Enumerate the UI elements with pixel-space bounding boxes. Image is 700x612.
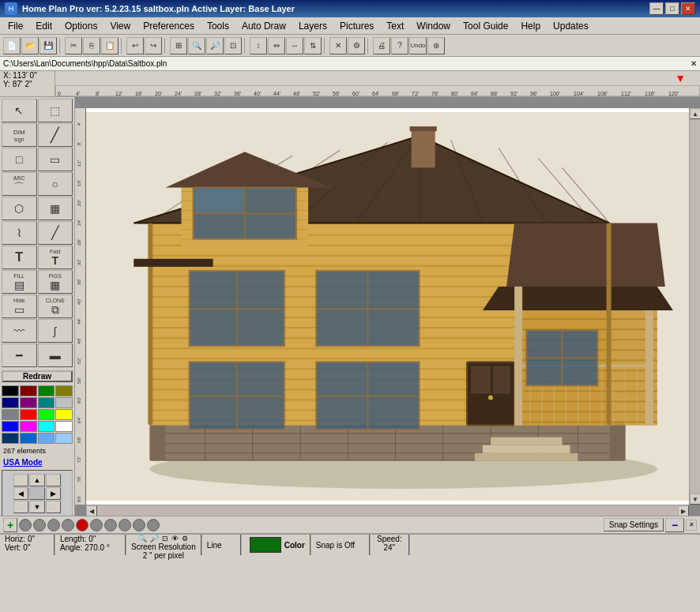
- new-button[interactable]: 📄: [3, 37, 21, 54]
- wall-tool[interactable]: ▭: [38, 148, 73, 171]
- vertical-scrollbar[interactable]: ▲ ▼: [689, 108, 700, 505]
- move-down-button[interactable]: ▼: [29, 501, 44, 513]
- select-button[interactable]: ↕: [250, 37, 267, 54]
- menu-item-layers[interactable]: Layers: [292, 18, 333, 34]
- palette-color-1[interactable]: [20, 385, 37, 396]
- current-color-box[interactable]: [250, 537, 281, 553]
- menu-item-help[interactable]: Help: [514, 18, 547, 34]
- tab-dot-3[interactable]: [47, 519, 60, 531]
- add-tab-button[interactable]: +: [3, 518, 17, 532]
- zoom-in-button[interactable]: 🔍: [188, 37, 205, 54]
- palette-color-12[interactable]: [2, 421, 19, 432]
- drawing-canvas[interactable]: [86, 108, 689, 505]
- palette-color-6[interactable]: [38, 397, 55, 408]
- fast-text-tool[interactable]: FastT: [38, 246, 73, 269]
- color-status[interactable]: Color: [242, 535, 311, 555]
- grid-button[interactable]: ⊞: [170, 37, 187, 54]
- hline-tool[interactable]: ━: [2, 344, 37, 367]
- arc-tool[interactable]: ARC⌒: [2, 172, 37, 196]
- figs-tool[interactable]: FIGS▦: [38, 270, 73, 294]
- polygon-tool[interactable]: ⬡: [2, 197, 37, 220]
- tab-dot-7[interactable]: [104, 519, 117, 531]
- move-ur-button[interactable]: [46, 474, 61, 486]
- scroll-right-button[interactable]: ▶: [678, 505, 689, 516]
- tab-dot-1[interactable]: [19, 519, 32, 531]
- tab-dot-8[interactable]: [119, 519, 131, 531]
- usa-mode-button[interactable]: USA Mode: [0, 456, 74, 468]
- palette-color-4[interactable]: [2, 397, 19, 408]
- menu-item-pictures[interactable]: Pictures: [333, 18, 380, 34]
- tab-dot-6[interactable]: [90, 519, 103, 531]
- hrect-tool[interactable]: ▬: [38, 344, 73, 367]
- canvas-area[interactable]: 4' 8' 12' 16' 20' 24' 28' 32' 36' 40' 44…: [75, 97, 700, 516]
- hide-tool[interactable]: Hide▭: [2, 295, 37, 318]
- palette-color-18[interactable]: [38, 433, 55, 444]
- text-tool[interactable]: T: [2, 246, 37, 269]
- move-dr-button[interactable]: [46, 501, 61, 513]
- wave-tool[interactable]: 〰: [2, 319, 37, 343]
- delete-button[interactable]: ✕: [329, 37, 347, 54]
- curve-tool[interactable]: ∫: [38, 319, 73, 343]
- menu-item-tools[interactable]: Tools: [201, 18, 235, 34]
- palette-color-15[interactable]: [55, 421, 73, 432]
- menu-item-preferences[interactable]: Preferences: [137, 18, 201, 34]
- horizontal-scrollbar[interactable]: ◀ ▶: [86, 505, 689, 516]
- tab-dot-2[interactable]: [33, 519, 46, 531]
- palette-color-17[interactable]: [20, 433, 37, 444]
- clone-tool[interactable]: CLONE⧉: [38, 295, 73, 318]
- menu-item-window[interactable]: Window: [410, 18, 457, 34]
- scroll-down-button[interactable]: ▼: [690, 494, 700, 505]
- rotate-button[interactable]: ↔: [286, 37, 303, 54]
- open-button[interactable]: 📂: [21, 37, 39, 54]
- menu-item-updates[interactable]: Updates: [547, 18, 595, 34]
- palette-color-13[interactable]: [20, 421, 37, 432]
- palette-color-14[interactable]: [38, 421, 55, 432]
- palette-color-19[interactable]: [55, 433, 73, 444]
- line2-tool[interactable]: ╱: [38, 221, 73, 245]
- zoom-out-icon[interactable]: 🔍: [138, 535, 147, 543]
- tab-dot-10[interactable]: [147, 519, 160, 531]
- menu-item-file[interactable]: File: [2, 18, 29, 34]
- select-tool[interactable]: ↖: [2, 99, 37, 122]
- view-icon[interactable]: 👁: [171, 535, 179, 543]
- print-button[interactable]: 🖨: [373, 37, 390, 54]
- menu-item-edit[interactable]: Edit: [29, 18, 58, 34]
- save-button[interactable]: 💾: [40, 37, 57, 54]
- scroll-left-button[interactable]: ◀: [86, 505, 97, 516]
- help-button[interactable]: ?: [391, 37, 408, 54]
- settings-icon[interactable]: ⚙: [182, 535, 188, 543]
- dimension-tool[interactable]: DIMsign: [2, 123, 37, 147]
- close-button[interactable]: ✕: [681, 2, 695, 15]
- tab-dot-5[interactable]: [76, 519, 88, 531]
- palette-color-16[interactable]: [2, 433, 19, 444]
- palette-color-3[interactable]: [55, 385, 73, 396]
- menu-item-text[interactable]: Text: [380, 18, 410, 34]
- path-close-button[interactable]: ✕: [687, 59, 700, 68]
- move-button[interactable]: ⇔: [268, 37, 285, 54]
- zoom-out-button[interactable]: 🔎: [206, 37, 224, 54]
- paste-button[interactable]: 📋: [101, 37, 119, 54]
- palette-color-0[interactable]: [2, 385, 19, 396]
- undo-action-button[interactable]: Undo: [409, 37, 427, 54]
- zoom-in-icon[interactable]: 🔎: [150, 535, 159, 543]
- redraw-button[interactable]: Redraw: [2, 370, 73, 382]
- scroll-track-h[interactable]: [97, 505, 678, 516]
- minimize-button[interactable]: —: [649, 2, 664, 15]
- fit-icon[interactable]: ⊡: [162, 535, 168, 543]
- palette-color-5[interactable]: [20, 397, 37, 408]
- line-tool[interactable]: ╱: [38, 123, 73, 147]
- scroll-up-button[interactable]: ▲: [690, 108, 700, 119]
- close-tabs-button[interactable]: ✕: [686, 520, 697, 531]
- menu-item-auto-draw[interactable]: Auto Draw: [235, 18, 292, 34]
- snap-settings-button[interactable]: Snap Settings: [604, 518, 664, 531]
- menu-item-options[interactable]: Options: [58, 18, 103, 34]
- undo-button[interactable]: ↩: [126, 37, 144, 54]
- move-right-button[interactable]: ▶: [46, 487, 61, 500]
- circle-tool[interactable]: ○: [38, 172, 73, 196]
- move-ul-button[interactable]: [13, 474, 28, 486]
- menu-item-tool-guide[interactable]: Tool Guide: [457, 18, 514, 34]
- maximize-button[interactable]: □: [665, 2, 679, 15]
- move-up-button[interactable]: ▲: [29, 474, 44, 486]
- tab-dot-9[interactable]: [133, 519, 145, 531]
- mirror-button[interactable]: ⇅: [304, 37, 322, 54]
